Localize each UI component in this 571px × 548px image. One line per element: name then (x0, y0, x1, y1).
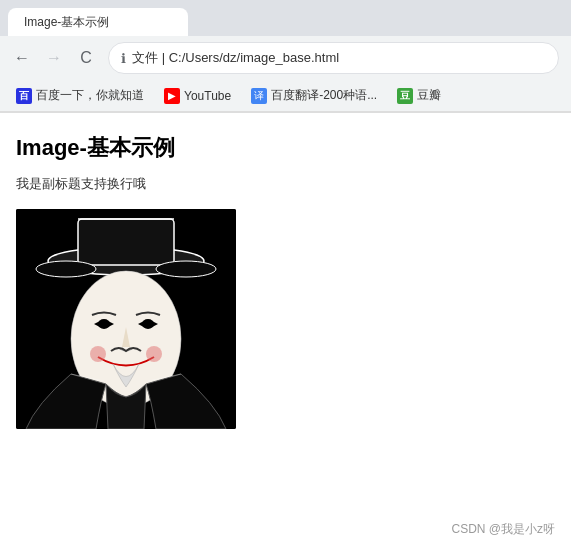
page-subtitle: 我是副标题支持换行哦 (16, 175, 555, 193)
svg-rect-2 (78, 219, 174, 265)
forward-button[interactable]: → (40, 44, 68, 72)
address-bar[interactable]: ℹ 文件 | C:/Users/dz/image_base.html (108, 42, 559, 74)
youtube-label: YouTube (184, 89, 231, 103)
svg-point-11 (146, 346, 162, 362)
bookmark-youtube[interactable]: ▶ YouTube (156, 85, 239, 107)
bookmark-translate[interactable]: 译 百度翻译-200种语... (243, 84, 385, 107)
svg-point-9 (142, 319, 154, 329)
svg-point-10 (90, 346, 106, 362)
active-tab[interactable]: Image-基本示例 (8, 8, 188, 36)
page-content: Image-基本示例 我是副标题支持换行哦 (0, 113, 571, 533)
footer-text: CSDN @我是小z呀 (451, 522, 555, 533)
bookmark-douban[interactable]: 豆 豆瓣 (389, 84, 449, 107)
nav-bar: ← → C ℹ 文件 | C:/Users/dz/image_base.html (0, 36, 571, 80)
bookmarks-bar: 百 百度一下，你就知道 ▶ YouTube 译 百度翻译-200种语... 豆 … (0, 80, 571, 112)
address-icon: ℹ (121, 51, 126, 66)
address-text: 文件 | C:/Users/dz/image_base.html (132, 49, 546, 67)
douban-label: 豆瓣 (417, 87, 441, 104)
image-container (16, 209, 236, 429)
svg-point-4 (36, 261, 96, 277)
translate-favicon: 译 (251, 88, 267, 104)
svg-point-5 (156, 261, 216, 277)
back-button[interactable]: ← (8, 44, 36, 72)
baidu-label: 百度一下，你就知道 (36, 87, 144, 104)
baidu-favicon: 百 (16, 88, 32, 104)
page-title: Image-基本示例 (16, 133, 555, 163)
translate-label: 百度翻译-200种语... (271, 87, 377, 104)
bookmark-baidu[interactable]: 百 百度一下，你就知道 (8, 84, 152, 107)
douban-favicon: 豆 (397, 88, 413, 104)
browser-chrome: Image-基本示例 ← → C ℹ 文件 | C:/Users/dz/imag… (0, 0, 571, 113)
tab-bar: Image-基本示例 (0, 0, 571, 36)
youtube-favicon: ▶ (164, 88, 180, 104)
tab-title: Image-基本示例 (24, 14, 109, 31)
page-footer: CSDN @我是小z呀 (451, 521, 555, 533)
svg-point-8 (98, 319, 110, 329)
mask-image (16, 209, 236, 429)
reload-button[interactable]: C (72, 44, 100, 72)
